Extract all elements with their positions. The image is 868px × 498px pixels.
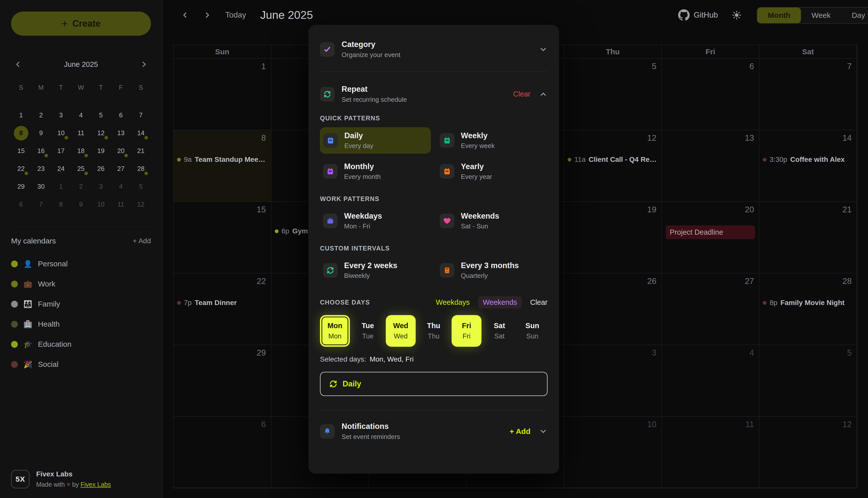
mini-cal-day[interactable]: 5: [131, 178, 151, 196]
mini-cal-day[interactable]: 13: [111, 124, 131, 142]
mini-cal-day[interactable]: 6: [11, 196, 31, 213]
prev-month-button[interactable]: [181, 7, 189, 23]
select-weekends-button[interactable]: Weekends: [478, 296, 522, 309]
theme-toggle-button[interactable]: [732, 7, 742, 23]
mini-cal-day[interactable]: 4: [71, 106, 91, 124]
select-weekdays-button[interactable]: Weekdays: [436, 298, 470, 306]
tab-day[interactable]: Day: [841, 8, 868, 23]
event-item[interactable]: 8p Family Movie Night: [759, 297, 857, 309]
day-cell[interactable]: 14 3:30p Coffee with Alex: [759, 130, 857, 202]
day-cell[interactable]: 28 8p Family Movie Night: [759, 273, 857, 345]
add-notification-button[interactable]: + Add: [510, 427, 531, 436]
calendar-list-item[interactable]: 🏥 Health: [11, 314, 151, 334]
day-cell[interactable]: 13: [662, 130, 760, 202]
day-cell[interactable]: 5: [564, 58, 662, 130]
pattern-weekends[interactable]: WeekendsSat - Sun: [437, 208, 548, 234]
chevron-down-icon[interactable]: [539, 427, 548, 436]
event-item[interactable]: 3:30p Coffee with Alex: [759, 154, 857, 165]
clear-days-button[interactable]: Clear: [530, 298, 548, 306]
calendar-list-item[interactable]: 👨‍👩‍👧 Family: [11, 294, 151, 314]
day-cell[interactable]: 12: [759, 417, 857, 488]
mini-cal-day[interactable]: 29: [11, 178, 31, 196]
day-toggle-button[interactable]: Sun Sun: [517, 315, 547, 347]
mini-cal-day[interactable]: 11: [111, 196, 131, 213]
mini-cal-day[interactable]: 12: [91, 124, 111, 142]
mini-cal-day[interactable]: 1: [51, 178, 71, 196]
mini-cal-day[interactable]: 24: [51, 160, 71, 178]
mini-cal-day[interactable]: 8: [51, 196, 71, 213]
day-cell[interactable]: 1: [174, 58, 271, 130]
day-toggle-button[interactable]: Thu Thu: [419, 315, 449, 347]
mini-cal-day[interactable]: 16: [31, 142, 51, 160]
day-cell[interactable]: 26: [564, 273, 662, 345]
day-cell[interactable]: 5: [759, 345, 857, 417]
mini-cal-day[interactable]: 10: [51, 124, 71, 142]
tab-month[interactable]: Month: [757, 8, 801, 23]
day-cell[interactable]: 22 7p Team Dinner: [174, 273, 271, 345]
tab-week[interactable]: Week: [801, 8, 841, 23]
mini-cal-day[interactable]: 9: [31, 124, 51, 142]
day-cell[interactable]: 7: [759, 58, 857, 130]
mini-cal-day[interactable]: 25: [71, 160, 91, 178]
pattern-weekdays[interactable]: WeekdaysMon - Fri: [320, 208, 431, 234]
github-link[interactable]: GitHub: [678, 7, 718, 23]
day-cell[interactable]: 11: [662, 417, 760, 488]
mini-cal-day[interactable]: 7: [131, 106, 151, 124]
mini-cal-day[interactable]: 12: [131, 196, 151, 213]
day-cell[interactable]: 6: [174, 417, 271, 488]
day-cell[interactable]: 21: [759, 202, 857, 273]
day-cell[interactable]: 12 11a Client Call - Q4 Review: [564, 130, 662, 202]
mini-cal-day[interactable]: 28: [131, 160, 151, 178]
day-cell[interactable]: 20 Project Deadline: [662, 202, 760, 273]
day-cell[interactable]: 27: [662, 273, 760, 345]
day-toggle-button[interactable]: Wed Wed: [386, 315, 416, 347]
event-item[interactable]: 9a Team Standup Meeting: [174, 154, 271, 165]
pattern-weekly[interactable]: WeeklyEvery week: [437, 128, 548, 153]
mini-cal-day[interactable]: 5: [91, 106, 111, 124]
day-cell[interactable]: 15: [174, 202, 271, 273]
mini-cal-prev-button[interactable]: [14, 60, 22, 69]
mini-cal-day[interactable]: 14: [131, 124, 151, 142]
fivex-labs-link[interactable]: Fivex Labs: [81, 481, 111, 488]
today-button[interactable]: Today: [225, 7, 246, 23]
event-item[interactable]: 11a Client Call - Q4 Review: [564, 154, 662, 165]
mini-cal-day[interactable]: 21: [131, 142, 151, 160]
mini-cal-day[interactable]: 11: [71, 124, 91, 142]
calendar-list-item[interactable]: 🎉 Social: [11, 354, 151, 375]
mini-cal-day[interactable]: 8: [11, 124, 31, 142]
mini-cal-day[interactable]: 30: [31, 178, 51, 196]
day-toggle-button[interactable]: Mon Mon: [320, 315, 350, 347]
mini-cal-day[interactable]: 19: [91, 142, 111, 160]
mini-cal-day[interactable]: 20: [111, 142, 131, 160]
pattern-daily[interactable]: DailyEvery day: [320, 127, 431, 154]
calendar-list-item[interactable]: 💼 Work: [11, 274, 151, 294]
day-cell[interactable]: 10: [564, 417, 662, 488]
interval-every-2-weeks[interactable]: Every 2 weeksBiweekly: [320, 258, 431, 283]
event-item[interactable]: 7p Team Dinner: [174, 297, 271, 309]
mini-cal-day[interactable]: 27: [111, 160, 131, 178]
repeat-clear-button[interactable]: Clear: [513, 90, 531, 98]
event-item[interactable]: Project Deadline: [666, 225, 755, 239]
day-cell[interactable]: 3: [564, 345, 662, 417]
category-section-row[interactable]: Category Organize your event: [320, 40, 548, 59]
day-toggle-button[interactable]: Sat Sat: [484, 315, 515, 347]
mini-cal-day[interactable]: 3: [51, 106, 71, 124]
mini-cal-day[interactable]: 22: [11, 160, 31, 178]
mini-cal-next-button[interactable]: [140, 60, 148, 69]
pattern-monthly[interactable]: MonthlyEvery month: [320, 159, 431, 184]
day-cell[interactable]: 6: [662, 58, 760, 130]
mini-cal-day[interactable]: 9: [71, 196, 91, 213]
chevron-up-icon[interactable]: [539, 90, 548, 99]
day-cell[interactable]: 4: [662, 345, 760, 417]
chevron-down-icon[interactable]: [539, 45, 548, 54]
mini-cal-day[interactable]: 3: [91, 178, 111, 196]
mini-cal-day[interactable]: 2: [31, 106, 51, 124]
create-button[interactable]: + Create: [11, 12, 151, 36]
calendar-list-item[interactable]: 🎓 Education: [11, 334, 151, 354]
mini-cal-day[interactable]: 10: [91, 196, 111, 213]
day-cell[interactable]: 29: [174, 345, 271, 417]
frequency-summary-box[interactable]: Daily: [320, 372, 548, 396]
add-calendar-button[interactable]: + Add: [133, 237, 151, 245]
repeat-section-row[interactable]: Repeat Set recurring schedule Clear: [320, 85, 548, 104]
mini-cal-day[interactable]: 26: [91, 160, 111, 178]
